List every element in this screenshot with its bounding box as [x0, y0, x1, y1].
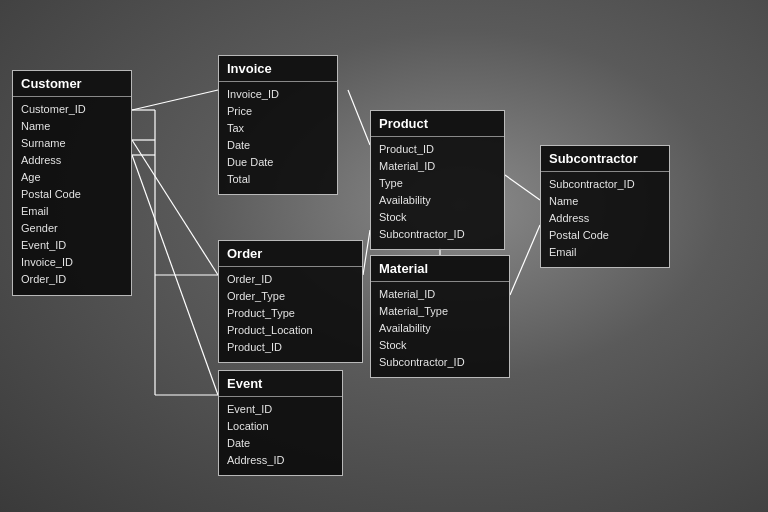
field: Address_ID	[227, 452, 334, 469]
svg-line-0	[132, 90, 218, 110]
field: Date	[227, 435, 334, 452]
order-table: Order Order_ID Order_Type Product_Type P…	[218, 240, 363, 363]
field: Availability	[379, 320, 501, 337]
customer-table: Customer Customer_ID Name Surname Addres…	[12, 70, 132, 296]
material-table: Material Material_ID Material_Type Avail…	[370, 255, 510, 378]
svg-line-1	[132, 140, 218, 275]
field: Price	[227, 103, 329, 120]
field: Subcontractor_ID	[549, 176, 661, 193]
field: Material_ID	[379, 286, 501, 303]
field: Age	[21, 169, 123, 186]
field: Type	[379, 175, 496, 192]
field: Address	[21, 152, 123, 169]
field: Material_ID	[379, 158, 496, 175]
order-table-header: Order	[219, 241, 362, 267]
customer-table-header: Customer	[13, 71, 131, 97]
subcontractor-table-header: Subcontractor	[541, 146, 669, 172]
field: Invoice_ID	[227, 86, 329, 103]
product-table-header: Product	[371, 111, 504, 137]
field: Email	[549, 244, 661, 261]
field: Name	[549, 193, 661, 210]
field: Gender	[21, 220, 123, 237]
field: Product_Type	[227, 305, 354, 322]
field: Name	[21, 118, 123, 135]
field: Event_ID	[227, 401, 334, 418]
field: Event_ID	[21, 237, 123, 254]
field: Due Date	[227, 154, 329, 171]
subcontractor-table-body: Subcontractor_ID Name Address Postal Cod…	[541, 172, 669, 267]
field: Postal Code	[549, 227, 661, 244]
field: Invoice_ID	[21, 254, 123, 271]
invoice-table-header: Invoice	[219, 56, 337, 82]
svg-line-12	[510, 225, 540, 295]
field: Order_ID	[227, 271, 354, 288]
svg-line-11	[505, 175, 540, 200]
field: Location	[227, 418, 334, 435]
material-table-header: Material	[371, 256, 509, 282]
order-table-body: Order_ID Order_Type Product_Type Product…	[219, 267, 362, 362]
field: Order_Type	[227, 288, 354, 305]
invoice-table-body: Invoice_ID Price Tax Date Due Date Total	[219, 82, 337, 194]
event-table: Event Event_ID Location Date Address_ID	[218, 370, 343, 476]
field: Product_ID	[379, 141, 496, 158]
event-table-body: Event_ID Location Date Address_ID	[219, 397, 342, 475]
field: Stock	[379, 209, 496, 226]
invoice-table: Invoice Invoice_ID Price Tax Date Due Da…	[218, 55, 338, 195]
product-table: Product Product_ID Material_ID Type Avai…	[370, 110, 505, 250]
field: Subcontractor_ID	[379, 226, 496, 243]
field: Postal Code	[21, 186, 123, 203]
field: Product_ID	[227, 339, 354, 356]
field: Availability	[379, 192, 496, 209]
material-table-body: Material_ID Material_Type Availability S…	[371, 282, 509, 377]
field: Order_ID	[21, 271, 123, 288]
field: Stock	[379, 337, 501, 354]
field: Address	[549, 210, 661, 227]
svg-line-10	[363, 230, 370, 275]
field: Material_Type	[379, 303, 501, 320]
event-table-header: Event	[219, 371, 342, 397]
field: Product_Location	[227, 322, 354, 339]
field: Email	[21, 203, 123, 220]
svg-line-9	[348, 90, 370, 145]
field: Tax	[227, 120, 329, 137]
product-table-body: Product_ID Material_ID Type Availability…	[371, 137, 504, 249]
field: Customer_ID	[21, 101, 123, 118]
subcontractor-table: Subcontractor Subcontractor_ID Name Addr…	[540, 145, 670, 268]
field: Surname	[21, 135, 123, 152]
customer-table-body: Customer_ID Name Surname Address Age Pos…	[13, 97, 131, 295]
field: Date	[227, 137, 329, 154]
field: Total	[227, 171, 329, 188]
field: Subcontractor_ID	[379, 354, 501, 371]
